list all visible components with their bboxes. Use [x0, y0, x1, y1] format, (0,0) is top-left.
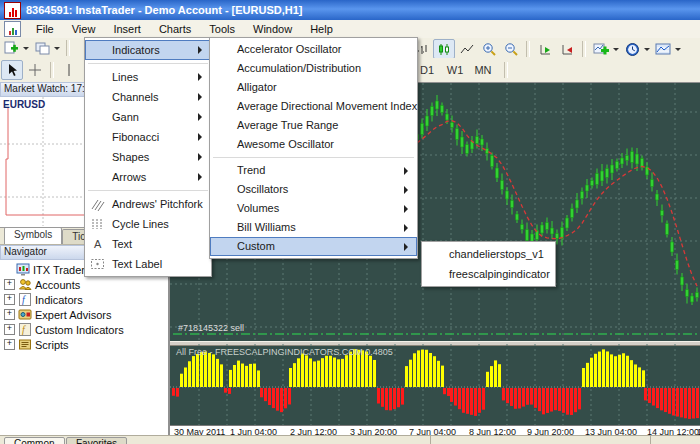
accounts-icon — [18, 278, 32, 291]
menu-separator — [88, 63, 208, 64]
chart-shift-button[interactable] — [557, 40, 577, 58]
cycle-lines-icon — [90, 217, 105, 231]
insert-menu-item-lines[interactable]: Lines — [85, 67, 211, 87]
insert-menu-item-gann[interactable]: Gann — [85, 107, 211, 127]
menu-separator — [88, 190, 208, 191]
indicators-menu-item-awesome-oscillator[interactable]: Awesome Oscillator — [210, 135, 417, 154]
svg-text:A: A — [94, 238, 102, 250]
submenu-arrow-icon — [404, 167, 412, 175]
indicators-list-button[interactable] — [591, 40, 611, 58]
submenu-arrow-icon — [404, 243, 412, 251]
expand-icon[interactable]: + — [4, 279, 15, 290]
indicators-menu-item-custom[interactable]: Custom — [210, 237, 417, 256]
toolbar-separator — [50, 62, 54, 78]
indicators-menu-item-accumulation-distribution[interactable]: Accumulation/Distribution — [210, 59, 417, 78]
templates-button[interactable] — [653, 40, 673, 58]
indicators-submenu: Accelerator OscillatorAccumulation/Distr… — [209, 37, 418, 259]
custom-indicators-icon: f — [18, 323, 32, 336]
submenu-arrow-icon — [198, 133, 206, 141]
insert-menu-item-fibonacci[interactable]: Fibonacci — [85, 127, 211, 147]
custom-submenu: chandelierstops_v1freescalpingindicator — [421, 241, 556, 287]
custom-menu-item-chandelierstops-v1[interactable]: chandelierstops_v1 — [422, 244, 555, 264]
line-chart-mode-button[interactable] — [457, 40, 477, 58]
zoom-out-icon[interactable] — [501, 40, 521, 58]
indicators-list-dropdown[interactable] — [613, 48, 619, 54]
insert-menu-item-text-label[interactable]: Text Label — [85, 254, 211, 274]
indicators-menu-item-average-directional-movement-index[interactable]: Average Directional Movement Index — [210, 97, 417, 116]
submenu-arrow-icon — [404, 224, 412, 232]
toolbar-separator — [66, 40, 70, 56]
zoom-in-icon[interactable] — [479, 40, 499, 58]
templates-dropdown[interactable] — [675, 48, 681, 54]
scripts-icon — [18, 338, 32, 351]
insert-menu-item-shapes[interactable]: Shapes — [85, 147, 211, 167]
menubar-item-window[interactable]: Window — [244, 21, 301, 37]
navigator-tab-common[interactable]: Common — [4, 437, 65, 444]
menubar-item-tools[interactable]: Tools — [200, 21, 244, 37]
app-icon — [4, 2, 21, 19]
navigator-item-indicators[interactable]: +fIndicators — [0, 292, 168, 307]
crosshair-tool-button[interactable] — [25, 61, 45, 79]
navigator-item-scripts[interactable]: +Scripts — [0, 337, 168, 352]
menubar-item-insert[interactable]: Insert — [104, 21, 150, 37]
insert-menu-item-channels[interactable]: Channels — [85, 87, 211, 107]
navigator-item-expert-advisors[interactable]: +Expert Advisors — [0, 307, 168, 322]
indicators-menu-item-oscillators[interactable]: Oscillators — [210, 180, 417, 199]
insert-menu-item-cycle-lines[interactable]: Cycle Lines — [85, 214, 211, 234]
navigator-tab-favorites[interactable]: Favorites — [66, 437, 127, 444]
submenu-arrow-icon — [198, 153, 206, 161]
new-order-button[interactable] — [1, 39, 21, 57]
chart-window-icon[interactable] — [4, 21, 21, 37]
submenu-arrow-icon — [198, 173, 206, 181]
expand-icon[interactable]: + — [4, 294, 15, 305]
submenu-arrow-icon — [198, 93, 206, 101]
tile-windows-button[interactable] — [32, 39, 52, 57]
tick-chart-symbol: EURUSD — [3, 99, 45, 110]
menubar-item-view[interactable]: View — [63, 21, 105, 37]
menu-separator — [213, 157, 414, 158]
expand-icon[interactable]: + — [4, 324, 15, 335]
indicators-menu-item-trend[interactable]: Trend — [210, 161, 417, 180]
indicators-menu-item-accelerator-oscillator[interactable]: Accelerator Oscillator — [210, 40, 417, 59]
insert-menu-item-andrews-pitchfork[interactable]: Andrews' Pitchfork — [85, 194, 211, 214]
indicators-menu-item-average-true-range[interactable]: Average True Range — [210, 116, 417, 135]
periods-button[interactable] — [622, 40, 642, 58]
timeframe-button-d1[interactable]: D1 — [415, 61, 439, 79]
cursor-tool-button[interactable] — [1, 60, 23, 80]
expand-icon[interactable]: + — [4, 309, 15, 320]
insert-menu-item-arrows[interactable]: Arrows — [85, 167, 211, 187]
periods-dropdown[interactable] — [644, 48, 650, 54]
timeframe-button-w1[interactable]: W1 — [443, 61, 467, 79]
terminal-icon — [16, 263, 30, 276]
insert-menu: IndicatorsLinesChannelsGannFibonacciShap… — [84, 37, 212, 277]
menubar-item-help[interactable]: Help — [301, 21, 342, 37]
submenu-arrow-icon — [404, 186, 412, 194]
menubar-item-file[interactable]: File — [27, 21, 63, 37]
new-order-dropdown[interactable] — [23, 47, 29, 53]
auto-scroll-button[interactable] — [535, 40, 555, 58]
tile-windows-dropdown[interactable] — [54, 47, 60, 53]
navigator-item-custom-indicators[interactable]: +fCustom Indicators — [0, 322, 168, 337]
application-window: 8364591: InstaTrader - Demo Account - [E… — [0, 0, 700, 444]
candlestick-mode-button[interactable] — [433, 39, 455, 59]
custom-menu-item-freescalpingindicator[interactable]: freescalpingindicator — [422, 264, 555, 284]
market-watch-tab-symbols[interactable]: Symbols — [4, 227, 62, 244]
submenu-arrow-icon — [198, 113, 206, 121]
indicators-menu-item-volumes[interactable]: Volumes — [210, 199, 417, 218]
insert-menu-item-text[interactable]: AText — [85, 234, 211, 254]
order-line-label: #718145322 sell — [178, 323, 244, 333]
navigator-item-accounts[interactable]: +Accounts — [0, 277, 168, 292]
toolbar-separator — [504, 62, 508, 78]
indicators-menu-item-alligator[interactable]: Alligator — [210, 78, 417, 97]
vertical-line-tool-button[interactable] — [59, 61, 79, 79]
indicators-menu-item-bill-williams[interactable]: Bill Williams — [210, 218, 417, 237]
indicator-title: All Free - FREESCALPINGINDICATORS.COM 0.… — [176, 347, 393, 357]
text-label-icon — [90, 257, 105, 271]
menubar-item-charts[interactable]: Charts — [150, 21, 200, 37]
timeframe-button-mn[interactable]: MN — [471, 61, 495, 79]
insert-menu-item-indicators[interactable]: Indicators — [85, 40, 211, 60]
window-title: 8364591: InstaTrader - Demo Account - [E… — [26, 4, 303, 16]
submenu-arrow-icon — [198, 73, 206, 81]
expand-icon[interactable]: + — [4, 339, 15, 350]
title-bar[interactable]: 8364591: InstaTrader - Demo Account - [E… — [0, 0, 700, 20]
